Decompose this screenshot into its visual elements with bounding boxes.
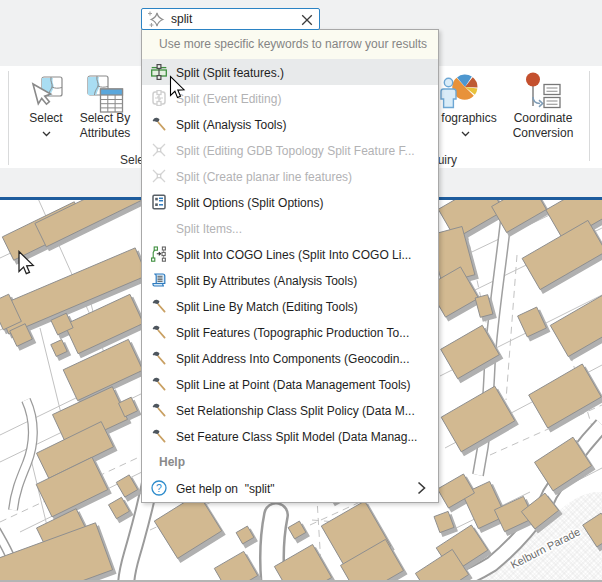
svg-text:?: ? [156, 482, 162, 494]
